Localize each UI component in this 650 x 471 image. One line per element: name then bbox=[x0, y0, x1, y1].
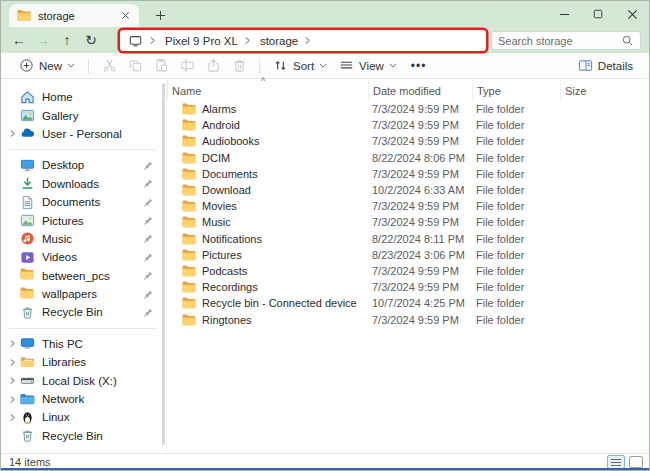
pin-icon bbox=[143, 197, 154, 208]
file-row-pictures[interactable]: Pictures8/23/2024 3:06 PMFile folder bbox=[167, 247, 649, 263]
folder-icon bbox=[182, 200, 196, 212]
sort-ascending-icon: ^ bbox=[261, 76, 265, 86]
file-row-ringtones[interactable]: Ringtones7/3/2024 9:59 PMFile folder bbox=[167, 311, 649, 327]
sidebar-item-local-disk-x[interactable]: Local Disk (X:) bbox=[1, 371, 166, 389]
file-row-notifications[interactable]: Notifications8/22/2024 8:11 PMFile folde… bbox=[167, 231, 649, 247]
tab-close-icon[interactable] bbox=[117, 8, 133, 24]
column-header-type[interactable]: Type bbox=[472, 80, 560, 101]
file-date-modified: 7/3/2024 9:59 PM bbox=[368, 314, 472, 326]
copy-button bbox=[122, 55, 148, 77]
downloads-icon bbox=[20, 176, 35, 191]
sidebar-item-documents[interactable]: Documents bbox=[1, 193, 166, 211]
sidebar-item-user-personal[interactable]: User - Personal bbox=[1, 125, 166, 143]
file-type: File folder bbox=[472, 265, 560, 277]
file-row-alarms[interactable]: Alarms7/3/2024 9:59 PMFile folder bbox=[167, 101, 649, 117]
sidebar-scrollbar[interactable] bbox=[162, 83, 165, 445]
close-button[interactable] bbox=[615, 1, 649, 27]
sidebar-item-this-pc[interactable]: This PC bbox=[1, 335, 166, 353]
breadcrumb-device[interactable]: Pixel 9 Pro XL bbox=[161, 35, 242, 47]
file-row-recordings[interactable]: Recordings7/3/2024 9:59 PMFile folder bbox=[167, 279, 649, 295]
details-view-toggle[interactable] bbox=[607, 455, 625, 469]
sidebar-item-home[interactable]: Home bbox=[1, 88, 166, 106]
file-row-movies[interactable]: Movies7/3/2024 9:59 PMFile folder bbox=[167, 198, 649, 214]
pin-icon bbox=[143, 178, 154, 189]
sidebar-item-between-pcs[interactable]: between_pcs bbox=[1, 267, 166, 285]
large-icons-view-toggle[interactable] bbox=[629, 456, 643, 468]
sidebar-item-gallery[interactable]: Gallery bbox=[1, 106, 166, 124]
column-header-size[interactable]: Size bbox=[560, 80, 649, 101]
folder-icon bbox=[182, 135, 196, 147]
expand-chevron-icon[interactable] bbox=[5, 413, 20, 422]
file-name: Movies bbox=[202, 200, 237, 212]
sidebar-item-videos[interactable]: Videos bbox=[1, 248, 166, 266]
sidebar-item-recycle-bin[interactable]: Recycle Bin bbox=[1, 303, 166, 321]
file-type: File folder bbox=[472, 281, 560, 293]
chevron-spacer bbox=[5, 161, 20, 170]
sidebar-item-label: Network bbox=[42, 393, 166, 405]
breadcrumb-folder[interactable]: storage bbox=[256, 35, 302, 47]
forward-button: → bbox=[31, 29, 55, 51]
new-tab-button[interactable] bbox=[149, 4, 171, 26]
file-date-modified: 7/3/2024 9:59 PM bbox=[368, 265, 472, 277]
sidebar-item-linux[interactable]: Linux bbox=[1, 408, 166, 426]
sidebar-item-desktop[interactable]: Desktop bbox=[1, 156, 166, 174]
file-row-recycle-bin-connected-device[interactable]: Recycle bin - Connected device10/7/2024 … bbox=[167, 295, 649, 311]
file-name: Alarms bbox=[202, 103, 236, 115]
folder-icon bbox=[182, 103, 196, 115]
file-row-audiobooks[interactable]: Audiobooks7/3/2024 9:59 PMFile folder bbox=[167, 133, 649, 149]
new-button[interactable]: New bbox=[13, 55, 81, 77]
search-icon bbox=[621, 34, 634, 47]
sidebar-item-label: Libraries bbox=[42, 356, 166, 368]
file-row-music[interactable]: Music7/3/2024 9:59 PMFile folder bbox=[167, 214, 649, 230]
file-row-documents[interactable]: Documents7/3/2024 9:59 PMFile folder bbox=[167, 166, 649, 182]
gallery-icon bbox=[20, 108, 35, 123]
sidebar-item-label: Music bbox=[42, 233, 143, 245]
refresh-button[interactable]: ↻ bbox=[79, 29, 103, 51]
maximize-button[interactable] bbox=[581, 1, 615, 27]
file-name: Pictures bbox=[202, 249, 242, 261]
file-row-download[interactable]: Download10/2/2024 6:33 AMFile folder bbox=[167, 182, 649, 198]
file-date-modified: 8/22/2024 8:11 PM bbox=[368, 233, 472, 245]
folder-icon bbox=[182, 168, 196, 180]
file-row-android[interactable]: Android7/3/2024 9:59 PMFile folder bbox=[167, 117, 649, 133]
file-date-modified: 7/3/2024 9:59 PM bbox=[368, 103, 472, 115]
main-area: HomeGalleryUser - PersonalDesktopDownloa… bbox=[1, 79, 649, 453]
tab-storage[interactable]: storage bbox=[9, 4, 139, 27]
see-more-button[interactable]: ••• bbox=[403, 59, 435, 73]
folder-icon bbox=[182, 297, 196, 309]
cut-button bbox=[96, 55, 122, 77]
sidebar-item-network[interactable]: Network bbox=[1, 390, 166, 408]
column-headers: ^ Name Date modified Type Size bbox=[167, 80, 649, 101]
sidebar-item-label: Local Disk (X:) bbox=[42, 375, 166, 387]
file-row-dcim[interactable]: DCIM8/22/2024 8:06 PMFile folder bbox=[167, 150, 649, 166]
expand-chevron-icon[interactable] bbox=[5, 339, 20, 348]
sidebar-item-libraries[interactable]: Libraries bbox=[1, 353, 166, 371]
back-button[interactable]: ← bbox=[7, 29, 31, 51]
address-bar[interactable]: Pixel 9 Pro XL storage bbox=[120, 30, 486, 51]
file-name: Music bbox=[202, 216, 231, 228]
search-input[interactable] bbox=[498, 35, 621, 47]
expand-chevron-icon[interactable] bbox=[5, 358, 20, 367]
sidebar-item-music[interactable]: Music bbox=[1, 230, 166, 248]
column-header-date-modified[interactable]: Date modified bbox=[368, 80, 472, 101]
expand-chevron-icon[interactable] bbox=[5, 376, 20, 385]
pin-icon bbox=[143, 289, 154, 300]
sidebar-item-wallpapers[interactable]: wallpapers bbox=[1, 285, 166, 303]
expand-chevron-icon[interactable] bbox=[5, 395, 20, 404]
sidebar-item-recycle-bin[interactable]: Recycle Bin bbox=[1, 427, 166, 445]
chevron-spacer bbox=[5, 216, 20, 225]
sidebar-item-downloads[interactable]: Downloads bbox=[1, 175, 166, 193]
file-row-podcasts[interactable]: Podcasts7/3/2024 9:59 PMFile folder bbox=[167, 263, 649, 279]
up-button[interactable]: ↑ bbox=[55, 29, 79, 51]
column-header-name[interactable]: Name bbox=[167, 80, 368, 101]
pin-icon bbox=[143, 270, 154, 281]
sidebar-item-pictures[interactable]: Pictures bbox=[1, 211, 166, 229]
minimize-button[interactable] bbox=[547, 1, 581, 27]
search-box[interactable] bbox=[491, 31, 641, 50]
view-button[interactable]: View bbox=[333, 55, 403, 77]
chevron-down-icon bbox=[319, 63, 327, 71]
details-button[interactable]: Details bbox=[572, 55, 639, 77]
file-name: Recycle bin - Connected device bbox=[202, 297, 357, 309]
sort-button[interactable]: Sort bbox=[267, 55, 333, 77]
expand-chevron-icon[interactable] bbox=[5, 129, 20, 138]
